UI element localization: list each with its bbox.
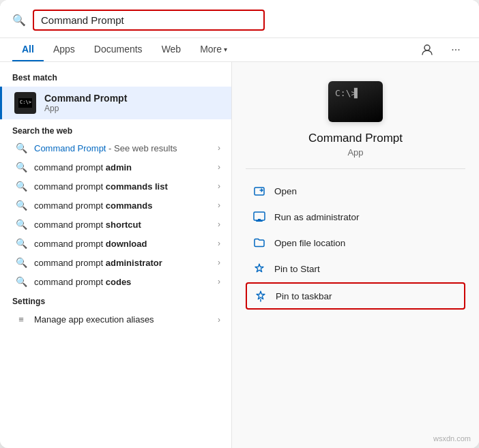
svg-rect-4 (258, 219, 261, 221)
search-list-icon: 🔍 (15, 238, 27, 249)
best-match-sub: App (44, 104, 127, 113)
watermark: wsxdn.com (433, 434, 471, 443)
list-item[interactable]: 🔍 command prompt shortcut › (3, 215, 229, 234)
chevron-right-icon: › (218, 315, 220, 325)
list-item[interactable]: 🔍 command prompt admin › (3, 158, 229, 177)
main-content: Best match Command Prompt App Search the… (0, 62, 479, 448)
action-pin-to-taskbar[interactable]: Pin to taskbar (246, 282, 465, 310)
action-list: Open Run as administrator (246, 179, 465, 310)
best-match-item[interactable]: Command Prompt App (0, 87, 231, 119)
ellipsis-icon: ··· (451, 44, 460, 56)
list-item[interactable]: 🔍 command prompt download › (3, 234, 229, 253)
search-list: 🔍 Command Prompt - See web results › 🔍 c… (0, 138, 231, 291)
chevron-right-icon: › (218, 181, 220, 191)
settings-label: Settings (0, 297, 231, 310)
action-open-label: Open (274, 186, 297, 196)
settings-icon: ≡ (15, 314, 27, 325)
search-list-icon: 🔍 (15, 276, 27, 287)
right-app-sub: App (347, 147, 363, 158)
nav-icons: ··· (416, 39, 467, 61)
action-open[interactable]: Open (246, 179, 465, 203)
search-list-icon: 🔍 (15, 143, 27, 153)
list-item-text: command prompt codes (34, 277, 211, 287)
list-item-text: command prompt download (34, 239, 211, 249)
chevron-right-icon: › (218, 220, 220, 229)
settings-item-text: Manage app execution aliases (34, 314, 211, 325)
nav-tabs: All Apps Documents Web More ▾ ··· (0, 38, 479, 62)
settings-item[interactable]: ≡ Manage app execution aliases › (3, 310, 229, 329)
settings-section: Settings ≡ Manage app execution aliases … (0, 297, 231, 329)
action-pin-taskbar-label: Pin to taskbar (276, 291, 332, 301)
action-open-file-label: Open file location (274, 238, 345, 248)
search-list-icon: 🔍 (15, 219, 27, 230)
list-item-text: command prompt commands (34, 200, 211, 211)
left-panel: Best match Command Prompt App Search the… (0, 62, 232, 448)
tab-more[interactable]: More ▾ (190, 38, 237, 61)
list-item-text: Command Prompt - See web results (34, 143, 211, 153)
chevron-right-icon: › (218, 239, 220, 248)
chevron-down-icon: ▾ (224, 46, 227, 53)
chevron-right-icon: › (218, 162, 220, 172)
tab-documents[interactable]: Documents (85, 38, 152, 61)
chevron-right-icon: › (218, 200, 220, 210)
search-list-icon: 🔍 (15, 200, 27, 211)
list-item[interactable]: 🔍 command prompt codes › (3, 272, 229, 291)
admin-icon (252, 210, 266, 224)
tab-all[interactable]: All (12, 38, 44, 61)
web-section-label: Search the web (0, 119, 231, 138)
list-item[interactable]: 🔍 command prompt administrator › (3, 253, 229, 272)
search-list-icon: 🔍 (15, 257, 27, 268)
person-icon-button[interactable] (416, 39, 438, 61)
list-item[interactable]: 🔍 Command Prompt - See web results › (3, 138, 229, 158)
search-input[interactable] (33, 10, 265, 31)
search-icon: 🔍 (12, 14, 26, 27)
action-open-file-location[interactable]: Open file location (246, 230, 465, 255)
list-item[interactable]: 🔍 command prompt commands list › (3, 177, 229, 196)
search-list-icon: 🔍 (15, 162, 27, 173)
pin-taskbar-icon (254, 289, 267, 303)
action-run-as-admin-label: Run as administrator (274, 212, 360, 222)
pin-start-icon (252, 262, 266, 275)
chevron-right-icon: › (218, 258, 220, 267)
search-bar: 🔍 (0, 0, 479, 38)
tab-apps[interactable]: Apps (44, 38, 85, 61)
action-pin-to-start[interactable]: Pin to Start (246, 256, 465, 281)
chevron-right-icon: › (218, 277, 220, 286)
best-match-label: Best match (0, 73, 231, 87)
list-item-text: command prompt administrator (34, 258, 211, 268)
more-options-button[interactable]: ··· (445, 39, 467, 61)
svg-rect-1 (255, 188, 264, 195)
tab-web[interactable]: Web (152, 38, 191, 61)
action-pin-start-label: Pin to Start (274, 264, 320, 274)
app-thumbnail (328, 81, 383, 122)
right-app-name: Command Prompt (308, 132, 403, 145)
best-match-text: Command Prompt App (44, 93, 127, 113)
right-panel: Command Prompt App Open (232, 62, 479, 448)
chevron-right-icon: › (218, 143, 220, 153)
open-icon (252, 184, 266, 198)
list-item-text: command prompt shortcut (34, 220, 211, 230)
list-item[interactable]: 🔍 command prompt commands › (3, 196, 229, 215)
search-window: 🔍 All Apps Documents Web More ▾ ··· (0, 0, 479, 448)
folder-icon (252, 236, 266, 250)
divider (246, 168, 465, 169)
action-run-as-admin[interactable]: Run as administrator (246, 205, 465, 229)
list-item-text: command prompt commands list (34, 181, 211, 192)
cmd-app-icon (14, 92, 36, 114)
search-list-icon: 🔍 (15, 181, 27, 192)
best-match-name: Command Prompt (44, 93, 127, 104)
svg-point-0 (424, 45, 430, 50)
list-item-text: command prompt admin (34, 162, 211, 173)
